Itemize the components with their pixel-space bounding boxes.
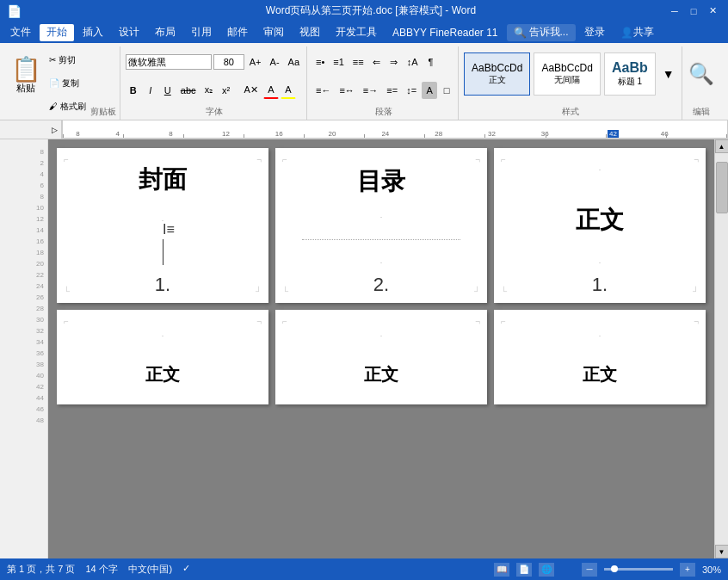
search-icon: 🔍 xyxy=(514,27,527,39)
align-right-button[interactable]: ≡→ xyxy=(360,82,381,99)
page-2-number: 2. xyxy=(373,274,389,296)
close-button[interactable]: ✕ xyxy=(704,4,721,18)
style-normal[interactable]: AaBbCcDd 正文 xyxy=(464,52,530,96)
style-heading1[interactable]: AaBb 标题 1 xyxy=(604,52,656,96)
clear-format-button[interactable]: A✕ xyxy=(241,82,262,99)
page-1: ⌐ ¬ 封面 · I≡ 1. └ ┘ xyxy=(57,148,268,303)
sort-button[interactable]: ↕A xyxy=(404,53,422,71)
style-nospacing-label: 无间隔 xyxy=(554,74,580,86)
page-6-title: 正文 xyxy=(583,363,617,386)
editing-group: 🔍 编辑 xyxy=(684,46,719,120)
page-5-title: 正文 xyxy=(364,363,398,386)
style-no-spacing[interactable]: AaBbCcDd 无间隔 xyxy=(534,52,600,96)
menu-abbyy[interactable]: ABBYY FineReader 11 xyxy=(386,24,505,41)
pages-container[interactable]: ⌐ ¬ 封面 · I≡ 1. └ ┘ ⌐ ¬ 目录 · · 2. └ ┘ xyxy=(48,139,714,558)
scroll-thumb[interactable] xyxy=(716,162,728,213)
ruler-toggle[interactable]: ▷ xyxy=(48,120,62,139)
align-center-button[interactable]: ≡↔ xyxy=(336,82,357,99)
format-painter-button[interactable]: 🖌 格式刷 xyxy=(46,100,89,114)
minimize-button[interactable]: ─ xyxy=(666,4,683,18)
margin-num: 46 xyxy=(36,405,44,413)
zoom-in-button[interactable]: + xyxy=(680,563,695,577)
zoom-control[interactable] xyxy=(604,568,673,571)
border-button[interactable]: □ xyxy=(439,82,454,99)
title-bar: 📄 Word页码从第三页开始.doc [兼容模式] - Word ─ □ ✕ xyxy=(0,0,728,22)
font-color-button[interactable]: A xyxy=(263,82,279,99)
justify-button[interactable]: ≡= xyxy=(383,82,401,99)
underline-button[interactable]: U xyxy=(160,82,176,99)
page-4: ⌐ ¬ · 正文 xyxy=(57,310,268,404)
show-marks-button[interactable]: ¶ xyxy=(423,53,439,71)
page-2-title: 目录 xyxy=(357,165,405,198)
align-left-button[interactable]: ≡← xyxy=(312,82,334,99)
menu-design[interactable]: 设计 xyxy=(112,24,146,41)
case-button[interactable]: Aa xyxy=(285,53,303,71)
menu-references[interactable]: 引用 xyxy=(184,24,219,41)
bold-button[interactable]: B xyxy=(126,82,141,99)
decrease-indent-button[interactable]: ⇐ xyxy=(369,53,385,71)
vertical-scrollbar[interactable]: ▲ ▼ xyxy=(714,139,728,558)
numbering-button[interactable]: ≡1 xyxy=(330,53,348,71)
margin-num: 10 xyxy=(36,204,44,212)
corner-br-2: ┘ xyxy=(474,287,480,296)
shrink-font-button[interactable]: A- xyxy=(267,53,283,71)
editing-search-icon[interactable]: 🔍 xyxy=(688,48,715,100)
zoom-slider-thumb[interactable] xyxy=(611,565,618,572)
web-view-button[interactable]: 🌐 xyxy=(539,563,554,577)
font-row1: A+ A- Aa xyxy=(126,48,303,77)
document-area: 8 2 4 6 8 10 12 14 16 18 20 22 24 26 28 … xyxy=(0,139,728,558)
grow-font-button[interactable]: A+ xyxy=(246,53,265,71)
menu-insert[interactable]: 插入 xyxy=(76,24,110,41)
highlight-button[interactable]: A xyxy=(281,82,296,99)
multilevel-button[interactable]: ≡≡ xyxy=(349,53,367,71)
share-icon: 👤 xyxy=(620,27,633,39)
cut-button[interactable]: ✂ 剪切 xyxy=(46,53,89,67)
zoom-slider[interactable] xyxy=(604,568,673,571)
menu-file[interactable]: 文件 xyxy=(3,24,38,41)
corner-tr-3: ¬ xyxy=(694,155,699,164)
superscript-button[interactable]: x² xyxy=(219,82,234,99)
language: 中文(中国) xyxy=(128,563,172,576)
shading-button[interactable]: A xyxy=(422,82,437,99)
menu-login[interactable]: 登录 xyxy=(577,24,612,41)
font-row2: B I U abc x₂ x² A✕ A A xyxy=(126,77,303,105)
maximize-button[interactable]: □ xyxy=(685,4,702,18)
menu-home[interactable]: 开始 xyxy=(40,24,74,41)
italic-button[interactable]: I xyxy=(143,82,158,99)
cursor-1: I≡ xyxy=(163,222,175,238)
copy-button[interactable]: 📄 复制 xyxy=(46,77,89,90)
page-3-dot2: · xyxy=(599,258,602,267)
strikethrough-button[interactable]: abc xyxy=(177,82,200,99)
line-spacing-button[interactable]: ↕= xyxy=(403,82,420,99)
menu-share[interactable]: 👤 共享 xyxy=(614,24,661,41)
font-size-selector[interactable] xyxy=(213,54,244,70)
bullets-button[interactable]: ≡• xyxy=(312,53,328,71)
menu-view[interactable]: 视图 xyxy=(293,24,327,41)
margin-num: 44 xyxy=(36,394,44,402)
zoom-out-button[interactable]: ─ xyxy=(582,563,597,577)
clipboard-group: 📋 粘贴 ✂ 剪切 📄 复制 🖌 格式刷 剪贴板 xyxy=(3,46,120,120)
scroll-up-button[interactable]: ▲ xyxy=(715,139,729,153)
increase-indent-button[interactable]: ⇒ xyxy=(386,53,402,71)
styles-more-button[interactable]: ▼ xyxy=(659,48,678,100)
subscript-button[interactable]: x₂ xyxy=(201,82,217,99)
status-bar: 第 1 页，共 7 页 14 个字 中文(中国) ✓ 📖 📄 🌐 ─ + 30% xyxy=(0,558,728,580)
page-view-button[interactable]: 📄 xyxy=(516,563,532,577)
style-normal-preview: AaBbCcDd xyxy=(472,62,522,74)
page-6-dot: · xyxy=(599,331,602,340)
read-view-button[interactable]: 📖 xyxy=(494,563,509,577)
styles-group-label: 样式 xyxy=(464,104,678,118)
margin-num: 12 xyxy=(36,215,44,223)
font-name-selector[interactable] xyxy=(126,54,212,70)
menu-mailings[interactable]: 邮件 xyxy=(220,24,255,41)
margin-num: 24 xyxy=(36,282,44,290)
scroll-track[interactable] xyxy=(715,153,729,545)
menu-review[interactable]: 审阅 xyxy=(256,24,291,41)
margin-num: 2 xyxy=(40,159,44,167)
paste-button[interactable]: 📋 粘贴 xyxy=(7,48,45,103)
zoom-level: 30% xyxy=(702,565,721,575)
menu-layout[interactable]: 布局 xyxy=(148,24,182,41)
menu-developer[interactable]: 开发工具 xyxy=(329,24,384,41)
menu-search[interactable]: 🔍 告诉我... xyxy=(507,24,576,41)
scroll-down-button[interactable]: ▼ xyxy=(715,545,729,558)
